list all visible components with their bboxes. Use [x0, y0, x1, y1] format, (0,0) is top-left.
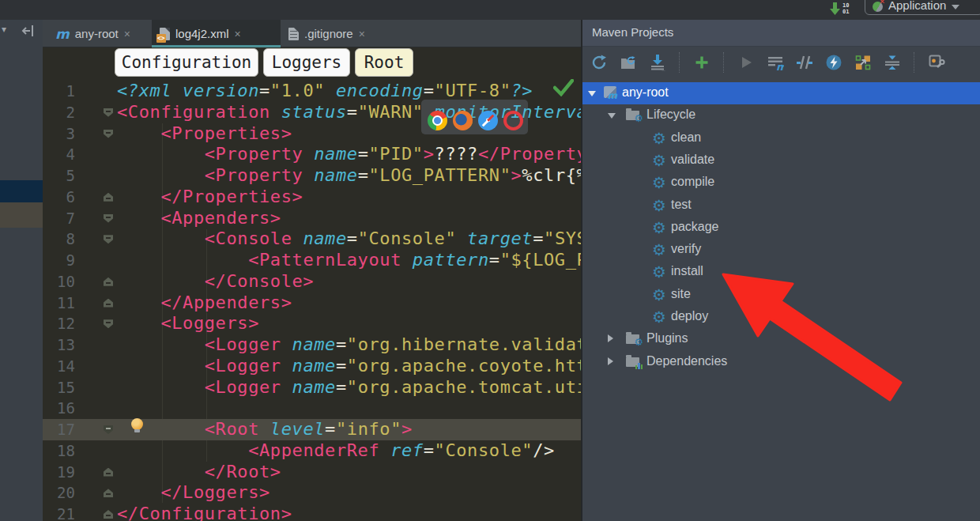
tree-row-verify[interactable]: ⚙verify	[582, 239, 980, 261]
code-line-16[interactable]: 16	[43, 398, 581, 419]
reimport-all-maven-projects-icon[interactable]	[590, 54, 608, 71]
chevron-down-icon[interactable]: ▾	[2, 24, 6, 35]
code-line-10[interactable]: 10 </Console>	[43, 271, 581, 293]
code-text: <Root level="info">	[117, 419, 413, 440]
maven-goal-gear-icon: ⚙	[652, 218, 666, 237]
line-number: 4	[43, 144, 75, 165]
tree-row-package[interactable]: ⚙package	[582, 217, 980, 239]
toggle-offline-mode-icon[interactable]	[796, 54, 813, 71]
breadcrumb-loggers[interactable]: Loggers	[263, 48, 350, 77]
fold-marker-icon[interactable]	[104, 108, 113, 117]
line-number: 11	[43, 293, 75, 314]
code-line-5[interactable]: 5 <Property name="LOG_PATTERN">%clr{%d{	[43, 165, 581, 187]
fold-marker-icon[interactable]	[104, 489, 113, 497]
code-text: <AppenderRef ref="Console"/>	[117, 440, 555, 462]
code-line-6[interactable]: 6 </Properties>	[43, 187, 581, 208]
tab-log4j2-xml[interactable]: <> log4j2.xml ×	[152, 20, 281, 47]
breadcrumb-configuration[interactable]: Configuration	[115, 48, 258, 77]
maven-goal-gear-icon: ⚙	[652, 129, 666, 148]
tree-row-deploy[interactable]: ⚙deploy	[582, 306, 980, 328]
tree-row-plugins[interactable]: ⚙Plugins	[582, 328, 980, 350]
collapse-all-icon[interactable]	[884, 54, 901, 71]
download-sources-documentation-icon[interactable]	[649, 54, 666, 71]
tab-any-root[interactable]: m any-root ×	[47, 20, 150, 47]
tree-row-test[interactable]: ⚙test	[582, 194, 980, 217]
inspection-ok-check-icon[interactable]	[553, 79, 574, 96]
scroll-from-source-icon[interactable]	[21, 24, 35, 38]
line-number: 12	[43, 313, 75, 334]
vcs-update-icon[interactable]: 10 01	[828, 1, 855, 17]
fold-marker-icon[interactable]	[104, 299, 113, 308]
fold-marker-icon[interactable]	[104, 193, 113, 202]
maven-toolbar: m	[582, 46, 980, 79]
code-line-15[interactable]: 15 <Logger name="org.apache.tomcat.util"	[43, 377, 581, 398]
tree-row-dependencies[interactable]: Dependencies	[582, 351, 980, 373]
code-text: <PatternLayout pattern="${LOG_PATTERN}"	[117, 250, 581, 271]
code-line-8[interactable]: 8 <Console name="Console" target="SYSTEM…	[43, 228, 581, 250]
fold-marker-icon[interactable]	[104, 319, 113, 328]
chevron-expanded-icon[interactable]	[608, 113, 616, 119]
tree-row-any-root[interactable]: many-root	[582, 82, 980, 104]
line-number: 8	[43, 228, 75, 250]
code-line-1[interactable]: 1<?xml version="1.0" encoding="UTF-8"?>	[43, 81, 581, 102]
chevron-expanded-icon[interactable]	[588, 91, 596, 96]
fold-marker-icon[interactable]	[104, 425, 113, 434]
fold-marker-icon[interactable]	[104, 235, 113, 244]
firefox-icon[interactable]	[453, 111, 473, 130]
generate-sources-update-folders-icon[interactable]	[620, 54, 637, 71]
maven-goal-gear-icon: ⚙	[652, 240, 666, 259]
tree-row-compile[interactable]: ⚙compile	[582, 172, 980, 194]
chevron-collapsed-icon[interactable]	[608, 334, 613, 342]
code-line-19[interactable]: 19 </Root>	[43, 462, 581, 483]
intention-lightbulb-icon[interactable]	[131, 418, 143, 430]
chrome-icon[interactable]	[428, 111, 447, 130]
code-line-12[interactable]: 12 <Loggers>	[43, 313, 581, 334]
tree-row-site[interactable]: ⚙site	[582, 284, 980, 306]
code-line-4[interactable]: 4 <Property name="PID">????</Property>	[43, 144, 581, 165]
tab-gitignore[interactable]: .gitignore ×	[281, 20, 387, 47]
tab-label: any-root	[75, 27, 119, 40]
fold-marker-icon[interactable]	[104, 130, 113, 138]
tab-label: log4j2.xml	[175, 27, 229, 40]
toggle-skip-tests-icon[interactable]	[825, 54, 842, 71]
project-tree-selected-row[interactable]	[0, 180, 43, 202]
maven-settings-icon[interactable]	[928, 54, 945, 71]
code-line-13[interactable]: 13 <Logger name="org.hibernate.validator…	[43, 334, 581, 356]
code-line-17[interactable]: 17 <Root level="info">	[43, 419, 581, 440]
project-tree-focused-row[interactable]	[0, 202, 43, 228]
tree-row-clean[interactable]: ⚙clean	[582, 127, 980, 149]
run-maven-build-icon[interactable]	[737, 54, 755, 71]
add-maven-projects-icon[interactable]	[693, 54, 710, 71]
chevron-collapsed-icon[interactable]	[608, 357, 613, 365]
tree-row-lifecycle[interactable]: ⚙Lifecycle	[582, 104, 980, 126]
folder-dependencies-icon	[626, 357, 639, 367]
close-icon[interactable]: ×	[235, 28, 241, 40]
code-line-9[interactable]: 9 <PatternLayout pattern="${LOG_PATTERN}…	[43, 250, 581, 271]
code-text: </Configuration>	[117, 504, 292, 521]
fold-marker-icon[interactable]	[104, 468, 113, 477]
execute-maven-goal-icon[interactable]: m	[767, 54, 784, 71]
code-line-11[interactable]: 11 </Appenders>	[43, 293, 581, 314]
svg-text:m: m	[776, 61, 784, 71]
code-line-18[interactable]: 18 <AppenderRef ref="Console"/>	[43, 440, 581, 462]
fold-marker-icon[interactable]	[104, 510, 113, 519]
show-dependencies-icon[interactable]	[854, 54, 872, 71]
safari-icon[interactable]	[478, 111, 498, 130]
maven-panel-header[interactable]: Maven Projects	[582, 20, 980, 47]
fold-marker-icon[interactable]	[104, 277, 113, 286]
close-icon[interactable]: ×	[359, 28, 365, 40]
code-line-21[interactable]: 21</Configuration>	[43, 504, 581, 521]
code-line-14[interactable]: 14 <Logger name="org.apache.coyote.http1…	[43, 356, 581, 377]
tree-row-validate[interactable]: ⚙validate	[582, 149, 980, 172]
code-line-7[interactable]: 7 <Appenders>	[43, 208, 581, 229]
code-text: </Properties>	[117, 187, 303, 208]
fold-marker-icon[interactable]	[104, 214, 113, 223]
line-number: 3	[43, 123, 75, 145]
code-line-20[interactable]: 20 </Loggers>	[43, 482, 581, 504]
tree-row-install[interactable]: ⚙install	[582, 261, 980, 283]
breadcrumb-root[interactable]: Root	[355, 48, 413, 77]
run-configuration-combo[interactable]: ✕ Application	[865, 0, 980, 15]
opera-icon[interactable]	[503, 111, 523, 130]
close-icon[interactable]: ×	[124, 28, 130, 40]
text-file-icon	[288, 28, 299, 40]
